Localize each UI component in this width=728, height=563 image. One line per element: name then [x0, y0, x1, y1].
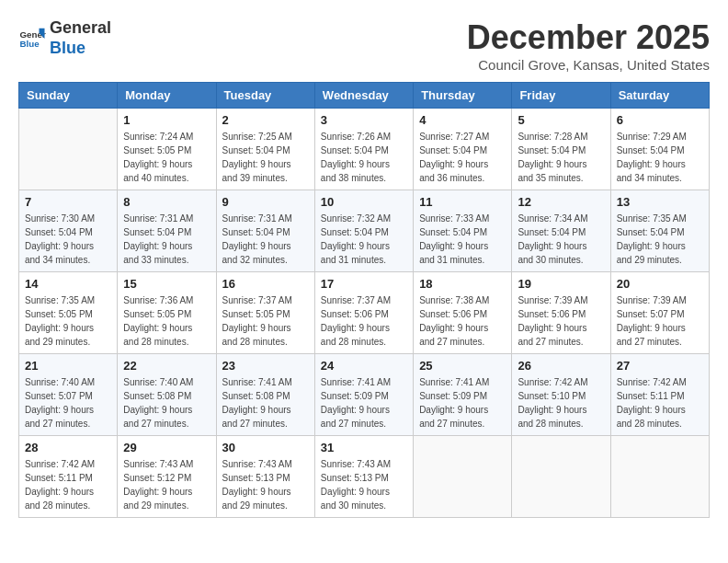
day-detail: Sunrise: 7:41 AM Sunset: 5:09 PM Dayligh… [419, 375, 506, 431]
week-row-4: 21Sunrise: 7:40 AM Sunset: 5:07 PM Dayli… [19, 354, 710, 436]
calendar-cell: 31Sunrise: 7:43 AM Sunset: 5:13 PM Dayli… [314, 436, 413, 518]
calendar-cell: 25Sunrise: 7:41 AM Sunset: 5:09 PM Dayli… [414, 354, 512, 436]
week-row-1: 1Sunrise: 7:24 AM Sunset: 5:05 PM Daylig… [19, 109, 710, 190]
calendar-cell: 16Sunrise: 7:37 AM Sunset: 5:05 PM Dayli… [216, 272, 314, 354]
day-number: 15 [123, 277, 210, 291]
logo-icon: General Blue [18, 25, 46, 52]
day-number: 17 [321, 277, 407, 291]
calendar-cell: 3Sunrise: 7:26 AM Sunset: 5:04 PM Daylig… [314, 109, 413, 190]
day-number: 5 [518, 113, 604, 127]
day-number: 30 [222, 441, 309, 454]
logo-line2: Blue [50, 39, 111, 59]
day-number: 3 [321, 113, 407, 127]
calendar-cell: 1Sunrise: 7:24 AM Sunset: 5:05 PM Daylig… [118, 109, 216, 190]
calendar-cell [19, 109, 118, 190]
day-detail: Sunrise: 7:35 AM Sunset: 5:05 PM Dayligh… [25, 293, 111, 349]
day-detail: Sunrise: 7:30 AM Sunset: 5:04 PM Dayligh… [25, 212, 111, 267]
location: Council Grove, Kansas, United States [467, 57, 710, 73]
calendar-cell: 2Sunrise: 7:25 AM Sunset: 5:04 PM Daylig… [216, 109, 314, 190]
weekday-header-saturday: Saturday [610, 83, 709, 109]
header: General Blue General Blue December 2025 … [18, 18, 710, 73]
day-number: 14 [25, 277, 111, 291]
calendar-cell: 14Sunrise: 7:35 AM Sunset: 5:05 PM Dayli… [19, 272, 118, 354]
day-number: 2 [222, 113, 309, 127]
calendar-cell: 6Sunrise: 7:29 AM Sunset: 5:04 PM Daylig… [610, 109, 709, 190]
calendar-cell: 17Sunrise: 7:37 AM Sunset: 5:06 PM Dayli… [314, 272, 413, 354]
day-detail: Sunrise: 7:36 AM Sunset: 5:05 PM Dayligh… [123, 293, 210, 349]
calendar-cell: 15Sunrise: 7:36 AM Sunset: 5:05 PM Dayli… [118, 272, 216, 354]
calendar-cell: 21Sunrise: 7:40 AM Sunset: 5:07 PM Dayli… [19, 354, 118, 436]
day-detail: Sunrise: 7:41 AM Sunset: 5:08 PM Dayligh… [222, 375, 309, 431]
calendar-cell: 8Sunrise: 7:31 AM Sunset: 5:04 PM Daylig… [118, 190, 216, 272]
day-detail: Sunrise: 7:40 AM Sunset: 5:08 PM Dayligh… [123, 375, 210, 431]
day-detail: Sunrise: 7:39 AM Sunset: 5:07 PM Dayligh… [617, 293, 703, 349]
day-number: 4 [419, 113, 506, 127]
calendar-cell: 11Sunrise: 7:33 AM Sunset: 5:04 PM Dayli… [414, 190, 512, 272]
day-detail: Sunrise: 7:38 AM Sunset: 5:06 PM Dayligh… [419, 293, 506, 349]
title-section: December 2025 Council Grove, Kansas, Uni… [467, 18, 710, 73]
weekday-header-friday: Friday [512, 83, 610, 109]
day-number: 12 [518, 195, 604, 209]
weekday-header-tuesday: Tuesday [216, 83, 314, 109]
day-number: 19 [518, 277, 604, 291]
day-detail: Sunrise: 7:34 AM Sunset: 5:04 PM Dayligh… [518, 212, 604, 267]
day-number: 24 [321, 359, 407, 373]
calendar-cell: 7Sunrise: 7:30 AM Sunset: 5:04 PM Daylig… [19, 190, 118, 272]
day-number: 10 [321, 195, 407, 209]
calendar: SundayMondayTuesdayWednesdayThursdayFrid… [18, 82, 710, 518]
day-detail: Sunrise: 7:28 AM Sunset: 5:04 PM Dayligh… [518, 130, 604, 185]
calendar-cell: 9Sunrise: 7:31 AM Sunset: 5:04 PM Daylig… [216, 190, 314, 272]
calendar-cell [512, 436, 610, 518]
day-detail: Sunrise: 7:42 AM Sunset: 5:11 PM Dayligh… [25, 457, 111, 512]
day-number: 13 [617, 195, 703, 209]
day-detail: Sunrise: 7:31 AM Sunset: 5:04 PM Dayligh… [123, 212, 210, 267]
day-number: 31 [321, 441, 407, 454]
calendar-cell [610, 436, 709, 518]
day-number: 28 [25, 441, 111, 454]
calendar-cell: 26Sunrise: 7:42 AM Sunset: 5:10 PM Dayli… [512, 354, 610, 436]
calendar-cell: 4Sunrise: 7:27 AM Sunset: 5:04 PM Daylig… [414, 109, 512, 190]
day-detail: Sunrise: 7:43 AM Sunset: 5:12 PM Dayligh… [123, 457, 210, 512]
week-row-2: 7Sunrise: 7:30 AM Sunset: 5:04 PM Daylig… [19, 190, 710, 272]
day-detail: Sunrise: 7:37 AM Sunset: 5:05 PM Dayligh… [222, 293, 309, 349]
calendar-cell: 23Sunrise: 7:41 AM Sunset: 5:08 PM Dayli… [216, 354, 314, 436]
day-detail: Sunrise: 7:42 AM Sunset: 5:10 PM Dayligh… [518, 375, 604, 431]
day-detail: Sunrise: 7:41 AM Sunset: 5:09 PM Dayligh… [321, 375, 407, 431]
logo: General Blue General Blue [18, 18, 111, 58]
day-number: 7 [25, 195, 111, 209]
weekday-header-row: SundayMondayTuesdayWednesdayThursdayFrid… [19, 83, 710, 109]
week-row-5: 28Sunrise: 7:42 AM Sunset: 5:11 PM Dayli… [19, 436, 710, 518]
day-detail: Sunrise: 7:29 AM Sunset: 5:04 PM Dayligh… [617, 130, 703, 185]
day-number: 6 [617, 113, 703, 127]
calendar-cell: 22Sunrise: 7:40 AM Sunset: 5:08 PM Dayli… [118, 354, 216, 436]
day-detail: Sunrise: 7:27 AM Sunset: 5:04 PM Dayligh… [419, 130, 506, 185]
calendar-cell: 19Sunrise: 7:39 AM Sunset: 5:06 PM Dayli… [512, 272, 610, 354]
day-detail: Sunrise: 7:31 AM Sunset: 5:04 PM Dayligh… [222, 212, 309, 267]
calendar-cell: 24Sunrise: 7:41 AM Sunset: 5:09 PM Dayli… [314, 354, 413, 436]
weekday-header-sunday: Sunday [19, 83, 118, 109]
calendar-cell: 20Sunrise: 7:39 AM Sunset: 5:07 PM Dayli… [610, 272, 709, 354]
day-detail: Sunrise: 7:43 AM Sunset: 5:13 PM Dayligh… [222, 457, 309, 512]
month-title: December 2025 [467, 18, 710, 57]
weekday-header-thursday: Thursday [414, 83, 512, 109]
day-detail: Sunrise: 7:35 AM Sunset: 5:04 PM Dayligh… [617, 212, 703, 267]
calendar-cell: 10Sunrise: 7:32 AM Sunset: 5:04 PM Dayli… [314, 190, 413, 272]
weekday-header-monday: Monday [118, 83, 216, 109]
day-number: 11 [419, 195, 506, 209]
day-number: 8 [123, 195, 210, 209]
day-number: 1 [123, 113, 210, 127]
calendar-cell: 27Sunrise: 7:42 AM Sunset: 5:11 PM Dayli… [610, 354, 709, 436]
day-detail: Sunrise: 7:43 AM Sunset: 5:13 PM Dayligh… [321, 457, 407, 512]
day-number: 16 [222, 277, 309, 291]
calendar-cell: 13Sunrise: 7:35 AM Sunset: 5:04 PM Dayli… [610, 190, 709, 272]
calendar-cell: 18Sunrise: 7:38 AM Sunset: 5:06 PM Dayli… [414, 272, 512, 354]
day-number: 18 [419, 277, 506, 291]
week-row-3: 14Sunrise: 7:35 AM Sunset: 5:05 PM Dayli… [19, 272, 710, 354]
svg-text:Blue: Blue [20, 39, 40, 49]
weekday-header-wednesday: Wednesday [314, 83, 413, 109]
logo-line1: General [50, 18, 111, 39]
day-number: 27 [617, 359, 703, 373]
day-detail: Sunrise: 7:26 AM Sunset: 5:04 PM Dayligh… [321, 130, 407, 185]
day-number: 23 [222, 359, 309, 373]
calendar-cell: 29Sunrise: 7:43 AM Sunset: 5:12 PM Dayli… [118, 436, 216, 518]
